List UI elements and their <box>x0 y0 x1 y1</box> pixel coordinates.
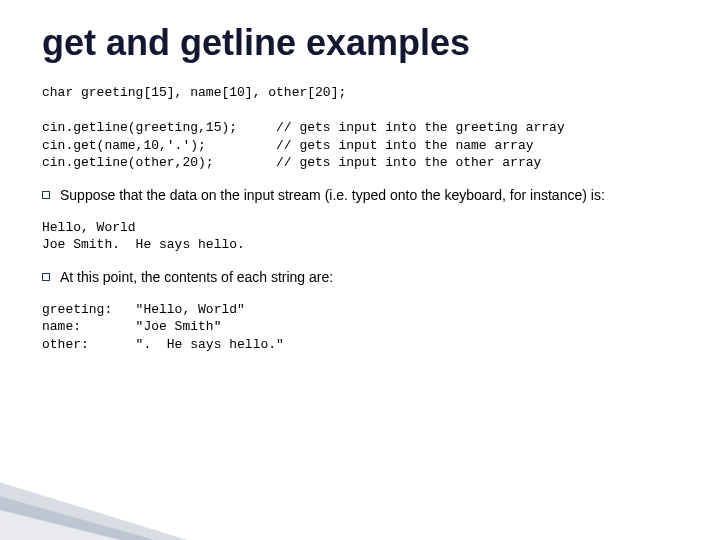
bullet-list-2: At this point, the contents of each stri… <box>42 268 678 287</box>
svg-marker-2 <box>0 500 160 540</box>
svg-marker-1 <box>0 485 190 540</box>
code-block-declarations: char greeting[15], name[10], other[20]; … <box>42 84 678 172</box>
code-block-results: greeting: "Hello, World" name: "Joe Smit… <box>42 301 678 354</box>
bullet-item: At this point, the contents of each stri… <box>42 268 678 287</box>
page-title: get and getline examples <box>42 22 678 64</box>
bullet-list-1: Suppose that the data on the input strea… <box>42 186 678 205</box>
bullet-item: Suppose that the data on the input strea… <box>42 186 678 205</box>
slide-accent-icon <box>0 430 220 540</box>
svg-marker-0 <box>0 470 220 540</box>
slide: get and getline examples char greeting[1… <box>0 0 720 540</box>
code-block-input: Hello, World Joe Smith. He says hello. <box>42 219 678 254</box>
